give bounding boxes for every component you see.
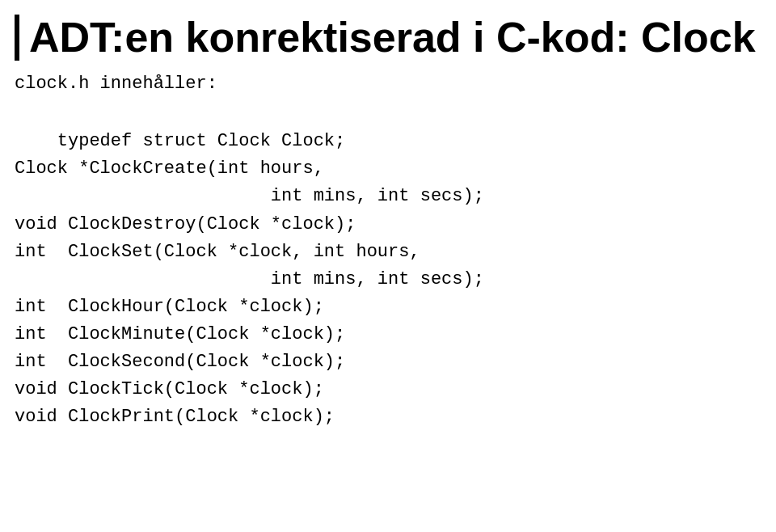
code-line-1: typedef struct Clock Clock; (57, 131, 345, 151)
code-line-4: void ClockDestroy(Clock *clock); (15, 214, 356, 234)
subtitle: clock.h innehåller: (15, 74, 757, 94)
code-line-6: int mins, int secs); (15, 269, 484, 289)
code-block: typedef struct Clock Clock; Clock *Clock… (15, 100, 757, 458)
page-container: ADT:en konrektiserad i C-kod: Clock cloc… (0, 0, 776, 532)
code-line-10: void ClockTick(Clock *clock); (15, 379, 324, 399)
code-line-8: int ClockMinute(Clock *clock); (15, 324, 345, 344)
code-line-7: int ClockHour(Clock *clock); (15, 297, 324, 317)
code-line-3: int mins, int secs); (15, 186, 484, 206)
code-line-5: int ClockSet(Clock *clock, int hours, (15, 242, 420, 262)
code-line-9: int ClockSecond(Clock *clock); (15, 352, 345, 372)
code-line-11: void ClockPrint(Clock *clock); (15, 407, 335, 427)
code-line-2: Clock *ClockCreate(int hours, (15, 158, 324, 179)
page-title: ADT:en konrektiserad i C-kod: Clock (15, 15, 757, 61)
